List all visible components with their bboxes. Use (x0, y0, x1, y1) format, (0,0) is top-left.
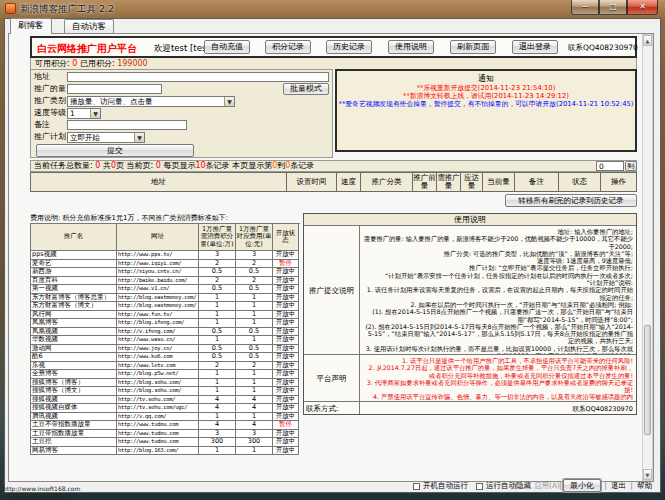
points-cell: 4 (199, 396, 236, 405)
promo-name-cell: 腾讯视频 (31, 413, 117, 422)
fee-cell: 1 (236, 294, 273, 303)
scrollbar-up-icon[interactable]: ▲ (643, 35, 652, 46)
status-badge: 开放中 (273, 370, 299, 379)
site-url-cell: http://v.qq.com/ (117, 413, 199, 422)
points-record-button[interactable]: 积分记录 (265, 40, 311, 54)
col-fee: 1万推广量对应费用(单位:元) (236, 224, 273, 251)
fee-cell: 0.5 (236, 285, 273, 294)
chevron-down-icon: ▼ (134, 133, 144, 142)
points-cell: 0.5 (199, 268, 236, 277)
address-label: 地址 (34, 71, 50, 83)
scrollbar-thumb[interactable] (644, 325, 651, 435)
separator: | (630, 480, 633, 490)
points-cell: 2 (199, 260, 236, 269)
help-line: 地址: 输入你要推广的地址; (363, 228, 633, 235)
refresh-page-button[interactable]: 刷新页面 (450, 40, 496, 54)
promo-plan-select[interactable]: 立即开始 ▼ (67, 132, 145, 143)
promo-name-cell: 乐视 (31, 362, 117, 371)
points-cell: 0.5 (199, 328, 236, 337)
site-url-cell: http://www.iqiyi.com/ (117, 260, 199, 269)
status-badge: 开放中 (273, 251, 299, 260)
autohide-checkbox[interactable] (476, 483, 483, 490)
site-url-cell: http://www.tudou.com (117, 438, 199, 447)
task-summary-bar: 当前任务总数量: 0 共0页 当前页: 0 每页显示10条记录 本页显示第0到0… (30, 160, 637, 172)
window-close-icon[interactable]: ✕ (627, 0, 658, 15)
help-line: 1. 该任务计划用来设置每天重复的任务，设置后，在设置的起止日期内，每天按指定的… (363, 286, 633, 301)
table-row: 网易博客 http://blog.163.com/ 1 1 开放中 (31, 447, 300, 456)
promo-name-cell: 搜狐博客（博文） (31, 387, 117, 396)
points-cell: 3 (199, 430, 236, 439)
status-badge: 开放中 (273, 277, 299, 286)
promo-category-value: 播放量、访问量、点击量 (70, 97, 153, 106)
points-cell: 0.5 (199, 353, 236, 362)
promo-name-cell: 东方财富博客（博客总量） (31, 294, 117, 303)
window-maximize-icon[interactable]: □ (599, 0, 627, 15)
usage-help-button[interactable]: 使用说明 (388, 40, 434, 54)
tab-auto-visitor[interactable]: 自动访客 (64, 19, 114, 33)
promo-amount-input[interactable] (67, 84, 162, 94)
note-input[interactable] (67, 120, 187, 130)
speed-level-select[interactable]: 1 ▼ (67, 108, 101, 119)
promo-name-cell: 凤凰博客 (31, 319, 117, 328)
page-number-input[interactable]: 0 (596, 161, 624, 171)
site-url-cell: http://tv.sohu.com/ugc/ (117, 404, 199, 413)
fee-cell: 3 (236, 251, 273, 260)
status-badge: 开放中 (273, 430, 299, 439)
promo-name-cell: 凤凰视频 (31, 328, 117, 337)
table-row: 爱奇艺 http://www.iqiyi.com/ 2 2 暂停 (31, 260, 300, 269)
promo-name-cell: 第一视频 (31, 285, 117, 294)
promo-name-cell: 搜狐博客（博客） (31, 379, 117, 388)
promo-submit-help-label: 推广提交说明 (304, 226, 360, 354)
chevron-down-icon: ▼ (224, 97, 234, 106)
batch-mode-button[interactable]: 批量模式 (283, 83, 329, 95)
auto-recharge-button[interactable]: 自动充值 (204, 40, 250, 54)
help-button[interactable]: 帮助 (637, 481, 652, 491)
status-badge: 开放中 (273, 447, 299, 456)
app-window: 新浪博客推广工具 2.2 ─ □ ✕ 刷博客 自动访客 白云网络推广用户平台 欢… (0, 0, 665, 500)
scrollbar-down-icon[interactable]: ▼ (643, 469, 652, 480)
platform-line: 2. 从2014.7.27日起，通过该平台推广的量，如果发生掉量，平台只负责7天… (363, 364, 633, 379)
platform-statement-text: 1. 该平台只是提供一个给用户推广的工具，不承担使用该平台可能带来的任何风险!2… (360, 355, 636, 401)
points-cell: 1 (199, 302, 236, 311)
col-pre-amount: 推广前量 (413, 172, 437, 192)
tab-refresh-blog[interactable]: 刷博客 (10, 18, 52, 34)
price-table: 推广名 网址 1万推广量需消费积分量(单位:万) 1万推广量对应费用(单位:元)… (30, 223, 300, 455)
transfer-history-button[interactable]: 转移所有刷完的记录到历史记录 (505, 194, 637, 207)
points-cell: 1 (199, 447, 236, 456)
promo-category-select[interactable]: 播放量、访问量、点击量 ▼ (67, 96, 235, 107)
submit-button[interactable]: 提交 (36, 144, 194, 157)
address-input[interactable] (67, 72, 329, 82)
platform-line: 1. 该平台只是提供一个给用户推广的工具，不承担使用该平台可能带来的任何风险! (363, 357, 633, 364)
platform-line: 3. 代理商家如要求补量或者充回积分等操作，必须提供最终用户要求补量或者退费的聊… (363, 379, 633, 394)
col-set-time: 设置时间 (287, 172, 337, 192)
promo-name-cell: 网易博客 (31, 447, 117, 456)
contact-qq-value: 联系QQ408230970 (573, 405, 633, 413)
table-row: 东方财富博客（博文） http://blog.eastmoney.com/ 1 … (31, 302, 300, 311)
site-url-cell: http://tv.sohu.com/ (117, 396, 199, 405)
promo-name-cell: 东方财富博客（博文） (31, 302, 117, 311)
promo-submit-help-row: 推广提交说明 地址: 输入你要推广的地址;需要推广的量: 输入要推广的量，新浪博… (304, 226, 636, 355)
task-summary-segment: 条记录 (290, 161, 314, 170)
app-url-text: http://www.insoft168.com (3, 485, 80, 492)
fee-cell: 1 (236, 319, 273, 328)
points-cell: 1 (199, 379, 236, 388)
points-cell: 4 (199, 404, 236, 413)
vertical-scrollbar[interactable]: ▲ ▼ (642, 34, 653, 481)
autorun-checkbox[interactable] (413, 483, 420, 490)
points-cell: 1 (199, 413, 236, 422)
points-bar: 可用积分: 0 已用积分: 199000 (30, 58, 637, 69)
history-record-button[interactable]: 历史记录 (326, 40, 372, 54)
exit-button[interactable]: 退出 (611, 481, 626, 491)
logout-button[interactable]: 退出登录 (512, 40, 558, 54)
help-line: 推广计划: “立即开始”表示提交任务后，任务立即开始执行; (363, 264, 633, 271)
status-badge: 开放中 (273, 396, 299, 405)
fee-cell: 2 (236, 260, 273, 269)
task-table-header: 地址 设置时间 速度 推广分类 推广前量 需推广量 应达量 当前量 备注 状态 … (30, 172, 637, 192)
window-minimize-icon[interactable]: ─ (571, 0, 599, 15)
fee-cell: 4 (236, 404, 273, 413)
notice-line: **爱奇艺视频发现有些会掉量，暂停提交，有不怕掉量的，可以申请开放(2014-1… (337, 100, 635, 108)
task-summary-segment: 页 当前页: (116, 161, 156, 170)
minimize-app-button[interactable]: 最小化 (563, 479, 601, 492)
goto-page-button[interactable]: 到 (625, 161, 637, 171)
points-cell: 300 (199, 438, 236, 447)
